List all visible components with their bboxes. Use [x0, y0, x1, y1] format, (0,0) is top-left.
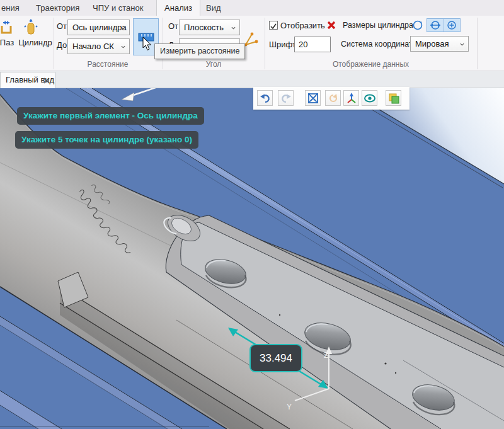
- cylinder-tool-label: Цилиндр: [17, 38, 54, 47]
- ribbon-tab-cnc[interactable]: ЧПУ и станок: [88, 0, 148, 16]
- chevron-down-icon: [121, 45, 125, 49]
- angle-group-label: Угол: [163, 60, 265, 69]
- show-checkbox[interactable]: [269, 21, 278, 30]
- cylinder-sizes-label: Размеры цилиндра: [343, 21, 413, 30]
- distance-to-label: До: [57, 40, 67, 50]
- distance-from-value: Ось цилиндра: [72, 23, 127, 32]
- app-window: ения Траектория ЧПУ и станок Анализ Вид …: [0, 0, 504, 429]
- angle-from-label: От: [168, 21, 178, 31]
- ribbon-tab-analysis[interactable]: Анализ: [156, 0, 200, 16]
- ribbon-tab-partial[interactable]: ения: [0, 0, 25, 16]
- chevron-down-icon: [460, 42, 464, 47]
- angle-from-dropdown[interactable]: Плоскость: [179, 20, 240, 35]
- undo-button[interactable]: [257, 90, 273, 106]
- display-group-label: Отображение данных: [265, 60, 477, 69]
- eye-icon: [363, 91, 377, 105]
- distance-to-value: Начало СК: [72, 42, 114, 51]
- ribbon: Паз Цилиндр От Ось цилиндра До Начало СК…: [0, 16, 504, 71]
- 3d-viewport[interactable]: Z Y Укажите первый элемент - Ось цилиндр…: [0, 88, 504, 429]
- cylinder-size-mode-buttons: [427, 18, 461, 32]
- axes-triad-icon: [345, 91, 358, 105]
- font-label: Шрифт: [269, 40, 296, 49]
- cylinder-tool-icon[interactable]: [24, 18, 38, 35]
- distance-from-label: От: [57, 21, 67, 31]
- distance-from-dropdown[interactable]: Ось цилиндра: [67, 20, 130, 35]
- slot-tool-label: Паз: [0, 38, 15, 47]
- visibility-button[interactable]: [362, 90, 377, 106]
- dimension-value-label: 33.494: [249, 344, 302, 372]
- slot-tool-icon[interactable]: [0, 19, 13, 35]
- coordinate-system-value: Мировая: [415, 39, 449, 49]
- font-size-input[interactable]: 20: [294, 37, 331, 52]
- rotate-view-button[interactable]: [325, 90, 341, 106]
- mouse-cursor: [142, 37, 152, 54]
- redo-icon: [279, 91, 293, 105]
- coordinate-system-label: Система координат: [341, 40, 413, 49]
- rotate-view-icon: [326, 91, 340, 105]
- angle-from-value: Плоскость: [184, 23, 224, 32]
- fit-view-icon: [306, 91, 320, 105]
- viewport-toolbar: [253, 87, 410, 110]
- fit-view-button[interactable]: [305, 90, 321, 106]
- dimension-value: 33.494: [260, 352, 292, 365]
- axes-triad-button[interactable]: [343, 90, 359, 106]
- distance-group-label: Расстояние: [54, 60, 162, 69]
- cylinder-size-rotate-icon[interactable]: [412, 20, 423, 31]
- prompt-message-1: Укажите первый элемент - Ось цилиндра: [17, 107, 204, 125]
- document-tab-bar: Главный вид: [0, 71, 504, 88]
- show-checkbox-label: Отобразить: [280, 21, 325, 30]
- ribbon-tab-trajectory[interactable]: Траектория: [31, 0, 84, 16]
- document-tab-main-view[interactable]: Главный вид: [0, 72, 55, 88]
- chevron-down-icon: [231, 26, 236, 30]
- ribbon-tab-view[interactable]: Вид: [201, 0, 226, 16]
- cylinder-radius-button[interactable]: [444, 19, 461, 31]
- axis-y-label: Y: [287, 403, 292, 411]
- measure-tooltip: Измерить расстояние: [154, 43, 245, 59]
- chevron-down-icon: [121, 26, 125, 30]
- layers-button[interactable]: [386, 90, 401, 106]
- distance-to-dropdown[interactable]: Начало СК: [67, 38, 130, 54]
- check-icon: [270, 23, 277, 30]
- close-icon[interactable]: [43, 77, 50, 84]
- cylinder-diameter-button[interactable]: [427, 19, 444, 31]
- group-separator: [477, 18, 478, 69]
- ribbon-tab-bar: ения Траектория ЧПУ и станок Анализ Вид: [0, 0, 504, 16]
- undo-icon: [258, 91, 272, 105]
- coordinate-system-dropdown[interactable]: Мировая: [410, 36, 469, 52]
- prompt-message-2: Укажите 5 точек на цилиндре (указано 0): [15, 131, 198, 149]
- redo-button[interactable]: [278, 90, 294, 106]
- layers-icon: [387, 91, 401, 105]
- axis-z-label: Z: [324, 351, 328, 360]
- delete-measurements-icon[interactable]: [326, 20, 336, 30]
